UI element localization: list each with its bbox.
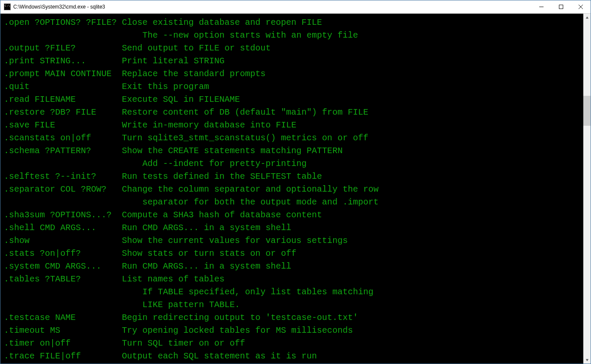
client-area: .open ?OPTIONS? ?FILE? Close existing da…: [0, 14, 591, 364]
scrollbar[interactable]: [583, 14, 591, 364]
scroll-up-button[interactable]: [583, 14, 591, 21]
maximize-button[interactable]: [551, 0, 571, 13]
cmd-icon: [4, 3, 11, 10]
close-button[interactable]: [571, 0, 591, 13]
window-controls: [532, 0, 591, 13]
window-title: C:\Windows\System32\cmd.exe - sqlite3: [13, 4, 532, 10]
scroll-thumb[interactable]: [583, 96, 591, 126]
svg-marker-5: [585, 359, 588, 361]
scroll-track[interactable]: [583, 21, 591, 356]
scroll-down-button[interactable]: [583, 356, 591, 364]
minimize-button[interactable]: [532, 0, 551, 13]
titlebar[interactable]: C:\Windows\System32\cmd.exe - sqlite3: [0, 0, 591, 14]
svg-marker-4: [585, 16, 588, 18]
svg-rect-1: [559, 5, 563, 9]
cmd-window: C:\Windows\System32\cmd.exe - sqlite3 .o…: [0, 0, 591, 364]
terminal-output[interactable]: .open ?OPTIONS? ?FILE? Close existing da…: [0, 14, 583, 364]
